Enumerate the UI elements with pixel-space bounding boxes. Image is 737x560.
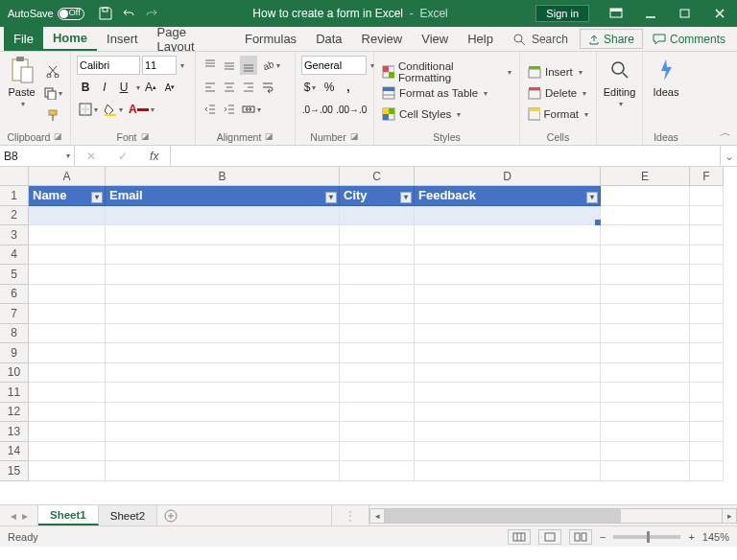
accounting-format-button[interactable]: $▾	[301, 78, 319, 97]
tab-scroll-splitter[interactable]: ⋮	[331, 505, 369, 525]
zoom-level[interactable]: 145%	[702, 531, 729, 543]
cell[interactable]	[690, 206, 724, 226]
tell-me-search[interactable]: Search	[503, 27, 578, 51]
cell[interactable]	[601, 186, 690, 206]
font-size-select[interactable]	[142, 56, 177, 75]
normal-view-button[interactable]	[508, 529, 531, 545]
cell[interactable]	[106, 383, 340, 403]
sheet-next-icon[interactable]: ▸	[22, 509, 28, 523]
conditional-formatting-button[interactable]: Conditional Formatting▾	[380, 62, 513, 82]
cell[interactable]	[601, 403, 690, 423]
row-header[interactable]: 11	[0, 383, 29, 403]
row-header[interactable]: 8	[0, 324, 29, 344]
row-header[interactable]: 4	[0, 245, 29, 266]
col-header-B[interactable]: B	[106, 167, 340, 186]
cell[interactable]	[601, 225, 690, 245]
cell[interactable]	[29, 403, 106, 423]
tab-data[interactable]: Data	[306, 27, 351, 51]
bold-button[interactable]: B	[77, 78, 94, 97]
sheet-prev-icon[interactable]: ◂	[11, 509, 16, 523]
percent-format-button[interactable]: %	[321, 78, 338, 97]
filter-dropdown-icon[interactable]: ▾	[586, 192, 598, 203]
file-tab[interactable]: File	[4, 27, 43, 51]
cell[interactable]	[690, 304, 724, 324]
cell[interactable]	[106, 403, 340, 423]
cell[interactable]	[340, 324, 415, 344]
redo-icon[interactable]	[144, 6, 159, 21]
font-name-select[interactable]	[77, 56, 140, 75]
row-header[interactable]: 12	[0, 403, 29, 423]
cell[interactable]	[340, 442, 415, 462]
dialog-launcher-icon[interactable]: ◪	[54, 131, 62, 143]
decrease-decimal-button[interactable]: .00→.0	[336, 100, 368, 119]
cell[interactable]	[601, 265, 690, 285]
filter-dropdown-icon[interactable]: ▾	[325, 192, 337, 203]
cell[interactable]	[106, 265, 340, 285]
cell[interactable]	[601, 422, 690, 442]
cell[interactable]	[340, 225, 415, 245]
cell[interactable]: City▾	[340, 186, 415, 206]
cell[interactable]	[29, 245, 106, 266]
cell[interactable]	[690, 343, 724, 363]
row-header[interactable]: 2	[0, 206, 29, 226]
tab-view[interactable]: View	[412, 27, 458, 51]
cell[interactable]	[415, 442, 601, 462]
cell[interactable]	[690, 363, 724, 384]
share-button[interactable]: Share	[580, 29, 643, 49]
cell[interactable]	[106, 422, 340, 442]
cell[interactable]	[690, 403, 724, 423]
copy-button[interactable]: ▾	[41, 83, 64, 103]
format-cells-button[interactable]: Format▾	[526, 105, 590, 124]
maximize-icon[interactable]	[668, 0, 702, 27]
comments-button[interactable]: Comments	[647, 29, 731, 49]
cell[interactable]	[340, 343, 415, 363]
cell[interactable]	[340, 383, 415, 403]
ideas-button[interactable]: Ideas	[649, 56, 683, 130]
col-header-C[interactable]: C	[340, 167, 415, 186]
editing-button[interactable]: Editing▾	[603, 56, 636, 130]
cell[interactable]	[690, 324, 724, 344]
cell[interactable]	[690, 383, 724, 403]
fx-icon[interactable]: fx	[150, 150, 158, 163]
cell[interactable]	[29, 383, 106, 403]
cell[interactable]	[601, 304, 690, 324]
ribbon-display-icon[interactable]	[599, 0, 633, 27]
select-all-corner[interactable]	[0, 167, 29, 186]
cell[interactable]	[601, 343, 690, 363]
cell[interactable]	[415, 265, 601, 285]
save-icon[interactable]	[98, 6, 113, 21]
cancel-formula-icon[interactable]: ✕	[86, 150, 96, 163]
zoom-out-button[interactable]: −	[600, 531, 606, 543]
row-header[interactable]: 15	[0, 461, 29, 481]
cell[interactable]	[106, 225, 340, 245]
row-header[interactable]: 7	[0, 304, 29, 324]
orientation-button[interactable]: ab▾	[259, 56, 282, 75]
cell[interactable]	[601, 461, 690, 481]
comma-format-button[interactable]: ,	[340, 78, 357, 97]
cell[interactable]	[340, 363, 415, 384]
cell[interactable]	[415, 403, 601, 423]
undo-icon[interactable]	[121, 6, 136, 21]
cell[interactable]	[690, 422, 724, 442]
cell[interactable]	[415, 225, 601, 245]
paste-button[interactable]: Paste ▾	[6, 56, 37, 130]
cell[interactable]	[29, 363, 106, 384]
cell[interactable]: Name▾	[29, 186, 106, 206]
cell[interactable]	[106, 304, 340, 324]
row-header[interactable]: 9	[0, 343, 29, 363]
align-bottom-button[interactable]	[240, 56, 257, 75]
sign-in-button[interactable]: Sign in	[535, 5, 589, 22]
cell[interactable]	[340, 422, 415, 442]
cut-button[interactable]	[44, 61, 61, 81]
cell[interactable]	[415, 285, 601, 305]
cell[interactable]	[415, 343, 601, 363]
format-painter-button[interactable]	[44, 105, 61, 125]
cell[interactable]	[29, 225, 106, 245]
cell[interactable]	[340, 285, 415, 305]
cell[interactable]: Email▾	[106, 186, 340, 206]
scroll-left-icon[interactable]: ◂	[369, 508, 385, 524]
sheet-tab-2[interactable]: Sheet2	[99, 505, 157, 525]
cell-styles-button[interactable]: Cell Styles▾	[380, 105, 513, 124]
cell[interactable]	[601, 383, 690, 403]
col-header-D[interactable]: D	[415, 167, 601, 186]
